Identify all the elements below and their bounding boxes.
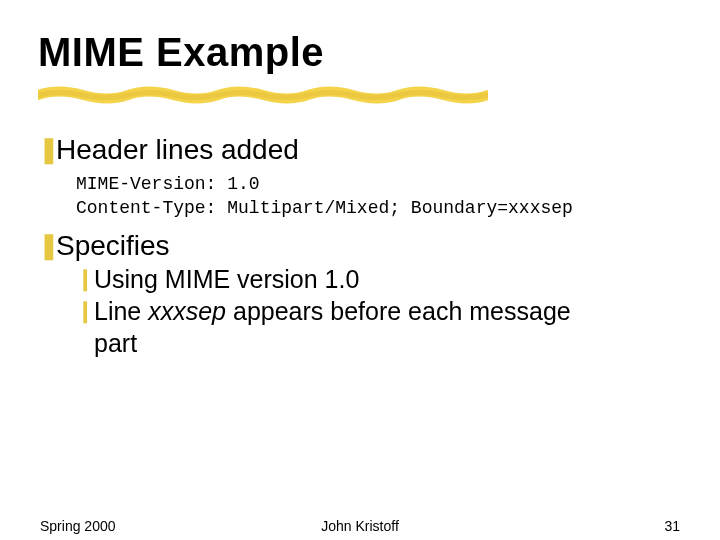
sub-bullet-text-cont: part bbox=[94, 328, 137, 358]
bullet-specifies: ❚ Specifies bbox=[38, 230, 682, 262]
bullet-header-lines: ❚ Header lines added bbox=[38, 134, 682, 166]
slide-title: MIME Example bbox=[38, 30, 324, 75]
bullet-text: Header lines added bbox=[56, 134, 299, 166]
bullet-icon: ❙ bbox=[76, 296, 94, 326]
sub-bullet-version: ❙ Using MIME version 1.0 bbox=[76, 264, 682, 294]
footer-right: 31 bbox=[664, 518, 680, 534]
sub-bullet-group: ❙ Using MIME version 1.0 ❙ Line xxxsep a… bbox=[76, 264, 682, 358]
bullet-icon: ❚ bbox=[38, 134, 56, 164]
code-line-2: Content-Type: Multipart/Mixed; Boundary=… bbox=[76, 198, 573, 218]
mime-header-code: MIME-Version: 1.0 Content-Type: Multipar… bbox=[76, 172, 682, 220]
bullet-icon: ❚ bbox=[38, 230, 56, 260]
title-underline bbox=[38, 86, 488, 104]
bullet-icon: ❙ bbox=[76, 264, 94, 294]
bullet-text: Specifies bbox=[56, 230, 170, 262]
sub-bullet-separator: ❙ Line xxxsep appears before each messag… bbox=[76, 296, 682, 326]
content-area: ❚ Header lines added MIME-Version: 1.0 C… bbox=[38, 130, 682, 358]
footer-center: John Kristoff bbox=[0, 518, 720, 534]
xxxsep-term: xxxsep bbox=[148, 297, 226, 325]
code-line-1: MIME-Version: 1.0 bbox=[76, 174, 260, 194]
slide: MIME Example ❚ Header lines added MIME-V… bbox=[0, 0, 720, 540]
sub-bullet-separator-cont: part bbox=[76, 328, 682, 358]
sub-bullet-text: Using MIME version 1.0 bbox=[94, 264, 359, 294]
sub-bullet-text: Line xxxsep appears before each message bbox=[94, 296, 571, 326]
